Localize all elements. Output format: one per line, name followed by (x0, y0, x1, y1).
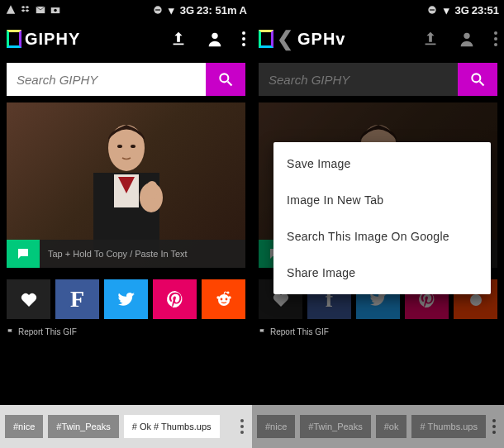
svg-point-18 (216, 296, 219, 298)
profile-icon[interactable] (458, 30, 476, 48)
svg-point-15 (218, 294, 230, 306)
tag-bar: #nice #Twin_Peaks #ok # Thumbs.ups (252, 405, 504, 448)
time-label: 23:51 (472, 4, 499, 17)
menu-icon[interactable] (494, 31, 497, 46)
report-label: Report This GIF (270, 327, 329, 336)
context-save-image[interactable]: Save Image (273, 145, 491, 182)
status-bar: ▾ 3G 23: 51m A (0, 0, 252, 20)
dnd-icon (152, 4, 164, 16)
status-bar: ▾ 3G 23:51 (252, 0, 504, 20)
svg-line-25 (480, 82, 484, 86)
svg-point-2 (54, 9, 57, 12)
wifi-icon: ▾ (440, 4, 452, 16)
context-menu: Save Image Image In New Tab Search This … (273, 142, 491, 294)
profile-icon[interactable] (206, 30, 224, 48)
hint-text: Tap + Hold To Copy / Paste In Text (40, 249, 188, 259)
flag-icon (7, 328, 15, 336)
svg-rect-14 (147, 181, 157, 199)
report-row[interactable]: Report This GIF (7, 327, 245, 336)
svg-point-6 (220, 74, 228, 82)
gif-content (69, 115, 184, 255)
svg-point-23 (464, 33, 469, 39)
giphy-logo[interactable]: ❮ GPHv (259, 27, 345, 50)
nav-icon (5, 4, 17, 16)
search-input[interactable] (7, 63, 206, 96)
app-header: ❮ GPHv (252, 20, 504, 58)
svg-point-29 (470, 294, 482, 306)
phone-right: ▾ 3G 23:51 ❮ GPHv (252, 0, 504, 448)
app-header: GIPHY (0, 20, 252, 58)
flag-icon (259, 328, 267, 336)
tag-item[interactable]: #nice (5, 415, 43, 438)
tag-item[interactable]: #ok (376, 415, 407, 438)
tag-item[interactable]: # Ok # Thumbs.ups (124, 415, 220, 438)
phone-left: ▾ 3G 23: 51m A GIPHY (0, 0, 252, 448)
back-icon[interactable]: ❮ (277, 27, 294, 50)
upload-icon[interactable] (421, 30, 440, 48)
giphy-logo[interactable]: GIPHY (7, 30, 80, 49)
time-label: 23: 51m A (197, 4, 247, 17)
svg-point-12 (131, 145, 136, 148)
wifi-icon: ▾ (166, 4, 178, 16)
svg-point-24 (472, 74, 480, 82)
tag-item[interactable]: # Thumbs.ups (411, 415, 486, 438)
brand-name: GIPHY (25, 30, 80, 49)
report-label: Report This GIF (18, 327, 77, 336)
network-label: 3G (454, 4, 468, 17)
search-input[interactable] (259, 63, 458, 96)
svg-rect-22 (430, 9, 435, 10)
camera-icon (50, 4, 61, 16)
giphy-logo-icon (7, 30, 21, 48)
svg-point-5 (212, 33, 217, 39)
tag-more-icon[interactable] (492, 419, 499, 434)
share-row: F (7, 279, 245, 319)
search-row (259, 63, 497, 96)
tag-bar: #nice #Twin_Peaks # Ok # Thumbs.ups (0, 405, 252, 448)
context-search-google[interactable]: Search This Image On Google (273, 218, 491, 255)
search-button[interactable] (458, 63, 497, 96)
tag-item[interactable]: #Twin_Peaks (48, 415, 118, 438)
message-icon[interactable] (7, 240, 40, 268)
upload-icon[interactable] (169, 30, 188, 48)
favorite-button[interactable] (7, 279, 50, 319)
tag-item[interactable]: #Twin_Peaks (300, 415, 370, 438)
report-row[interactable]: Report This GIF (259, 327, 497, 336)
svg-point-16 (220, 298, 222, 301)
svg-line-7 (228, 82, 232, 86)
menu-icon[interactable] (242, 31, 245, 46)
network-label: 3G (180, 4, 194, 17)
svg-point-17 (225, 298, 227, 301)
giphy-logo-icon (259, 30, 273, 48)
svg-point-11 (117, 145, 122, 148)
search-button[interactable] (206, 63, 245, 96)
dropbox-icon (20, 4, 31, 16)
mail-icon (35, 4, 46, 16)
context-share-image[interactable]: Share Image (273, 255, 491, 291)
tag-item[interactable]: #nice (257, 415, 295, 438)
gif-preview[interactable]: Tap + Hold To Copy / Paste In Text (7, 102, 245, 268)
reddit-button[interactable] (202, 279, 245, 319)
facebook-button[interactable]: F (55, 279, 99, 319)
twitter-button[interactable] (104, 279, 148, 319)
svg-rect-4 (155, 9, 160, 10)
context-new-tab[interactable]: Image In New Tab (273, 182, 491, 218)
svg-point-19 (228, 296, 231, 298)
pinterest-button[interactable] (153, 279, 197, 319)
hint-bar: Tap + Hold To Copy / Paste In Text (7, 240, 245, 268)
dnd-icon (426, 4, 438, 16)
search-row (7, 63, 245, 96)
tag-more-icon[interactable] (240, 419, 247, 434)
brand-name: GPHv (297, 30, 345, 49)
